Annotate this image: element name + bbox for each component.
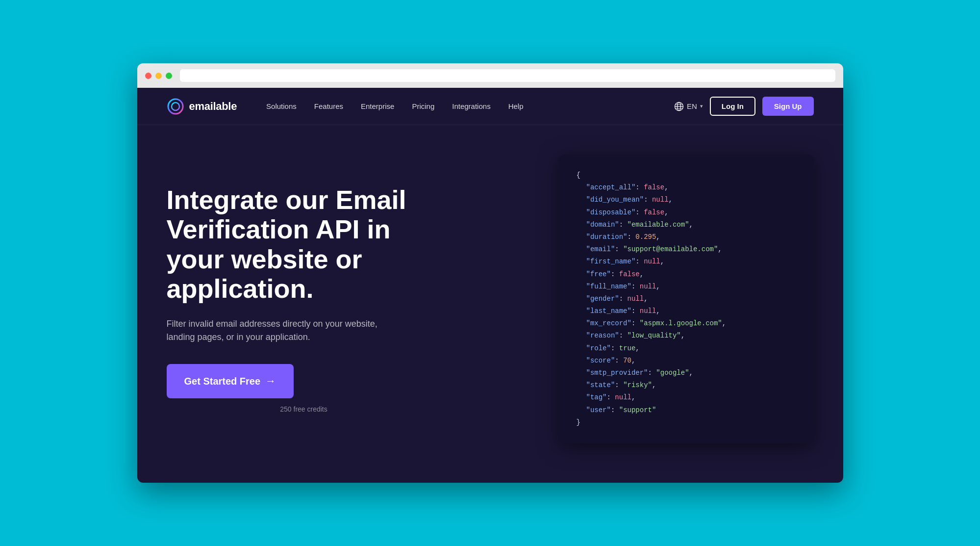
code-line-9: "full_name": null,: [577, 281, 796, 293]
code-line-7: "first_name": null,: [577, 256, 796, 268]
code-line-19: "user": "support": [577, 404, 796, 416]
code-line-10: "gender": null,: [577, 293, 796, 305]
code-line-11: "last_name": null,: [577, 305, 796, 317]
code-line-2: "did_you_mean": null,: [577, 194, 796, 206]
cta-button[interactable]: Get Started Free →: [167, 364, 294, 398]
hero-title: Integrate our Email Verification API in …: [167, 185, 441, 304]
code-card: { "accept_all": false, "did_you_mean": n…: [559, 155, 814, 443]
nav-help[interactable]: Help: [508, 102, 524, 110]
code-line-14: "role": true,: [577, 342, 796, 355]
code-line-3: "disposable": false,: [577, 207, 796, 219]
logo-icon: [167, 98, 184, 115]
code-line-6: "email": "support@emailable.com",: [577, 243, 796, 256]
browser-window: emailable Solutions Features Enterprise …: [137, 63, 843, 483]
code-block: { "accept_all": false, "did_you_mean": n…: [577, 169, 796, 429]
code-line-13: "reason": "low_quality",: [577, 330, 796, 342]
minimize-button[interactable]: [155, 73, 162, 79]
hero-left: Integrate our Email Verification API in …: [167, 185, 441, 414]
code-line-1: "accept_all": false,: [577, 182, 796, 194]
close-button[interactable]: [145, 73, 151, 79]
svg-point-1: [172, 103, 179, 110]
code-line-18: "tag": null,: [577, 391, 796, 404]
signup-button[interactable]: Sign Up: [762, 97, 814, 116]
address-bar[interactable]: [180, 69, 835, 82]
nav-links: Solutions Features Enterprise Pricing In…: [266, 102, 674, 110]
login-button[interactable]: Log In: [710, 97, 755, 116]
nav-enterprise[interactable]: Enterprise: [361, 102, 394, 110]
nav-integrations[interactable]: Integrations: [452, 102, 490, 110]
cta-wrap: Get Started Free → 250 free credits: [167, 364, 441, 413]
chevron-down-icon: ▾: [700, 103, 703, 109]
code-line-16: "smtp_provider": "google",: [577, 367, 796, 379]
nav-features[interactable]: Features: [314, 102, 343, 110]
cta-label: Get Started Free: [184, 376, 261, 387]
globe-icon: [674, 102, 684, 111]
code-line-17: "state": "risky",: [577, 379, 796, 391]
hero-right: { "accept_all": false, "did_you_mean": n…: [461, 155, 814, 443]
svg-point-0: [168, 99, 183, 114]
code-close-brace: }: [577, 416, 796, 429]
hero-section: Integrate our Email Verification API in …: [137, 125, 843, 483]
maximize-button[interactable]: [166, 73, 172, 79]
nav-solutions[interactable]: Solutions: [266, 102, 297, 110]
code-line-4: "domain": "emailable.com",: [577, 219, 796, 231]
code-line-8: "free": false,: [577, 268, 796, 281]
lang-label: EN: [687, 102, 697, 110]
browser-chrome: [137, 63, 843, 88]
code-open-brace: {: [577, 169, 796, 182]
nav-pricing[interactable]: Pricing: [412, 102, 434, 110]
arrow-icon: →: [265, 375, 276, 388]
code-line-15: "score": 70,: [577, 355, 796, 367]
code-line-12: "mx_record": "aspmx.l.google.com",: [577, 317, 796, 330]
nav-right: EN ▾ Log In Sign Up: [674, 97, 814, 116]
free-credits-label: 250 free credits: [167, 405, 441, 413]
hero-subtitle: Filter invalid email addresses directly …: [167, 317, 402, 345]
site-wrapper: emailable Solutions Features Enterprise …: [137, 88, 843, 483]
logo[interactable]: emailable: [167, 98, 237, 115]
logo-text: emailable: [189, 100, 237, 113]
language-selector[interactable]: EN ▾: [674, 102, 703, 111]
navbar: emailable Solutions Features Enterprise …: [137, 88, 843, 125]
code-line-5: "duration": 0.295,: [577, 231, 796, 243]
